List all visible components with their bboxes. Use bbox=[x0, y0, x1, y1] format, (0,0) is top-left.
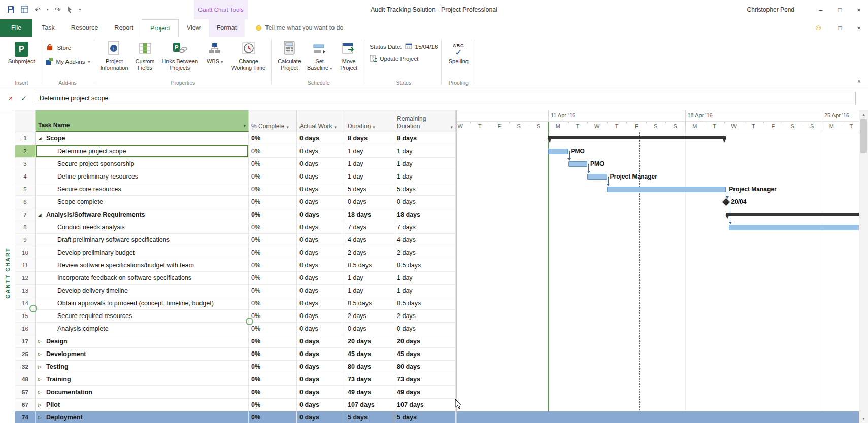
remaining-duration-cell[interactable]: 1 day bbox=[394, 285, 456, 297]
actual-work-cell[interactable]: 0 days bbox=[297, 348, 345, 361]
actual-work-cell[interactable]: 0 days bbox=[297, 361, 345, 373]
filter-icon[interactable]: ▾ bbox=[373, 125, 375, 130]
row-number-cell[interactable]: 5 bbox=[15, 183, 36, 196]
tab-task[interactable]: Task bbox=[34, 19, 63, 37]
entry-bar-input[interactable]: Determine project scope bbox=[35, 92, 856, 105]
duration-cell[interactable]: 0.5 days bbox=[345, 297, 394, 310]
close-button[interactable]: × bbox=[857, 6, 861, 14]
row-number-cell[interactable]: 48 bbox=[15, 373, 36, 386]
remaining-duration-cell[interactable]: 45 days bbox=[394, 348, 456, 361]
duration-cell[interactable]: 20 days bbox=[345, 335, 394, 348]
collapse-toggle-icon[interactable]: ◢ bbox=[38, 136, 45, 141]
scrollbar-thumb[interactable] bbox=[860, 119, 867, 153]
actual-work-cell[interactable]: 0 days bbox=[297, 183, 345, 196]
row-number-cell[interactable]: 13 bbox=[15, 285, 36, 297]
row-number-cell[interactable]: 11 bbox=[15, 259, 36, 272]
duration-cell[interactable]: 1 day bbox=[345, 145, 394, 158]
actual-work-cell[interactable]: 0 days bbox=[297, 335, 345, 348]
task-row[interactable]: 11Review software specifications/budget … bbox=[15, 259, 456, 272]
remaining-duration-cell[interactable]: 1 day bbox=[394, 170, 456, 183]
task-name-cell[interactable]: Secure project sponsorship bbox=[36, 158, 249, 170]
spelling-button[interactable]: ABC ✓ Spelling bbox=[446, 38, 471, 65]
task-name-cell[interactable]: Review software specifications/budget wi… bbox=[36, 259, 249, 272]
pct-complete-cell[interactable]: 0% bbox=[249, 348, 297, 361]
pct-complete-cell[interactable]: 0% bbox=[249, 335, 297, 348]
pct-complete-cell[interactable]: 0% bbox=[249, 411, 297, 423]
remaining-duration-cell[interactable]: 80 days bbox=[394, 361, 456, 373]
row-number-cell[interactable]: 8 bbox=[15, 221, 36, 234]
vertical-scrollbar[interactable]: ▲ ▼ bbox=[859, 110, 868, 423]
actual-work-cell[interactable]: 0 days bbox=[297, 145, 345, 158]
tab-resource[interactable]: Resource bbox=[63, 19, 107, 37]
move-project-button[interactable]: Move Project bbox=[336, 38, 361, 72]
column-header-duration[interactable]: Duration▾ bbox=[345, 110, 394, 132]
task-row[interactable]: 10Develop preliminary budget0%0 days2 da… bbox=[15, 246, 456, 259]
pct-complete-cell[interactable]: 0% bbox=[249, 246, 297, 259]
undo-icon[interactable]: ↶ bbox=[35, 6, 41, 13]
task-row[interactable]: 48▷Training0%0 days73 days73 days bbox=[15, 373, 456, 386]
gantt-milestone[interactable] bbox=[722, 198, 730, 206]
timescale[interactable]: 11 Apr '1618 Apr '1625 Apr '16WTFSSMTWTF… bbox=[457, 110, 859, 132]
task-name-cell[interactable]: Secure core resources bbox=[36, 183, 249, 196]
expand-toggle-icon[interactable]: ▷ bbox=[38, 390, 45, 395]
duration-cell[interactable]: 1 day bbox=[345, 285, 394, 297]
task-name-cell[interactable]: ▷Testing bbox=[36, 361, 249, 373]
actual-work-cell[interactable]: 0 days bbox=[297, 158, 345, 170]
remaining-duration-cell[interactable]: 1 day bbox=[394, 272, 456, 285]
tab-file[interactable]: File bbox=[0, 19, 32, 37]
remaining-duration-cell[interactable]: 20 days bbox=[394, 335, 456, 348]
tab-view[interactable]: View bbox=[179, 19, 209, 37]
gantt-task-bar[interactable] bbox=[607, 187, 726, 192]
task-name-cell[interactable]: ▷Training bbox=[36, 373, 249, 386]
duration-cell[interactable]: 4 days bbox=[345, 234, 394, 246]
task-row[interactable]: 9Draft preliminary software specificatio… bbox=[15, 234, 456, 246]
pct-complete-cell[interactable]: 0% bbox=[249, 297, 297, 310]
task-name-cell[interactable]: Obtain approvals to proceed (concept, ti… bbox=[36, 297, 249, 310]
remaining-duration-cell[interactable]: 2 days bbox=[394, 246, 456, 259]
duration-cell[interactable]: 0 days bbox=[345, 196, 394, 208]
task-name-cell[interactable]: Define preliminary resources bbox=[36, 170, 249, 183]
duration-cell[interactable]: 1 day bbox=[345, 272, 394, 285]
gantt-task-bar[interactable] bbox=[729, 225, 859, 230]
remaining-duration-cell[interactable]: 107 days bbox=[394, 399, 456, 411]
expand-toggle-icon[interactable]: ▷ bbox=[38, 364, 45, 369]
remaining-duration-cell[interactable]: 1 day bbox=[394, 145, 456, 158]
task-row[interactable]: 3Secure project sponsorship0%0 days1 day… bbox=[15, 158, 456, 170]
duration-cell[interactable]: 5 days bbox=[345, 183, 394, 196]
task-row[interactable]: 16Analysis complete0%0 days0 days0 days bbox=[15, 323, 456, 335]
tab-format[interactable]: Format bbox=[209, 19, 245, 37]
select-all-header-cell[interactable] bbox=[15, 110, 36, 132]
pct-complete-cell[interactable]: 0% bbox=[249, 373, 297, 386]
task-name-cell[interactable]: ▷Documentation bbox=[36, 386, 249, 399]
row-number-cell[interactable]: 32 bbox=[15, 361, 36, 373]
task-name-cell[interactable]: ◢Analysis/Software Requirements bbox=[36, 208, 249, 221]
row-number-cell[interactable]: 67 bbox=[15, 399, 36, 411]
row-number-cell[interactable]: 57 bbox=[15, 386, 36, 399]
task-name-cell[interactable]: ◢Scope bbox=[36, 132, 249, 145]
pct-complete-cell[interactable]: 0% bbox=[249, 208, 297, 221]
task-name-cell[interactable]: ▷Deployment bbox=[36, 411, 249, 423]
store-button[interactable]: Store bbox=[45, 43, 90, 53]
save-icon[interactable] bbox=[7, 6, 15, 14]
task-row[interactable]: 1◢Scope0%0 days8 days8 days bbox=[15, 132, 456, 145]
expand-toggle-icon[interactable]: ▷ bbox=[38, 339, 45, 344]
row-number-cell[interactable]: 16 bbox=[15, 323, 36, 335]
duration-cell[interactable]: 0 days bbox=[345, 323, 394, 335]
row-number-cell[interactable]: 4 bbox=[15, 170, 36, 183]
project-information-button[interactable]: i Project Information bbox=[98, 38, 130, 72]
gantt-task-bar[interactable] bbox=[568, 161, 588, 167]
filter-icon[interactable]: ▾ bbox=[450, 125, 453, 130]
task-name-cell[interactable]: Conduct needs analysis bbox=[36, 221, 249, 234]
actual-work-cell[interactable]: 0 days bbox=[297, 221, 345, 234]
task-row[interactable]: 5Secure core resources0%0 days5 days5 da… bbox=[15, 183, 456, 196]
duration-cell[interactable]: 49 days bbox=[345, 386, 394, 399]
actual-work-cell[interactable]: 0 days bbox=[297, 310, 345, 323]
remaining-duration-cell[interactable]: 73 days bbox=[394, 373, 456, 386]
actual-work-cell[interactable]: 0 days bbox=[297, 234, 345, 246]
touch-mode-icon[interactable] bbox=[66, 6, 73, 14]
task-name-cell[interactable]: Incorporate feedback on software specifi… bbox=[36, 272, 249, 285]
row-number-cell[interactable]: 17 bbox=[15, 335, 36, 348]
gantt-task-bar[interactable] bbox=[548, 149, 568, 154]
task-name-cell[interactable]: Draft preliminary software specification… bbox=[36, 234, 249, 246]
duration-cell[interactable]: 5 days bbox=[345, 411, 394, 423]
